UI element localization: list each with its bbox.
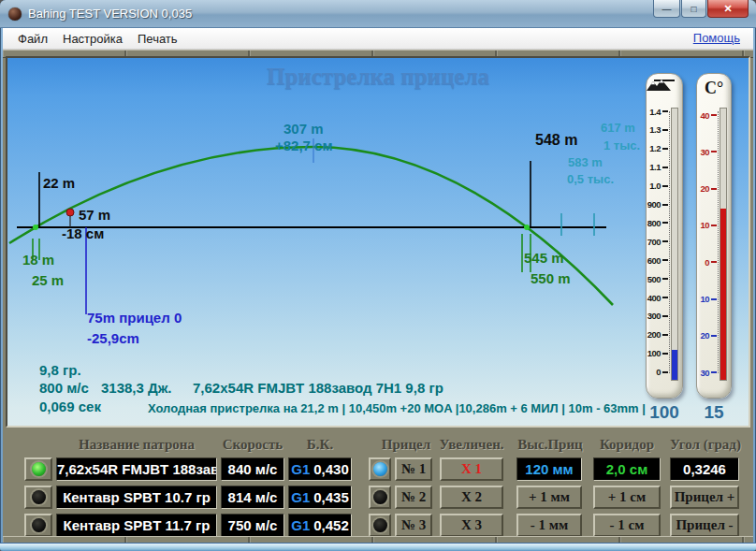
label-tick-500-dist: 583 m: [568, 156, 603, 169]
height-plus-button[interactable]: + 1 мм: [516, 486, 582, 509]
bc-display-3: G10,452: [288, 514, 352, 537]
sight-select-1[interactable]: [369, 457, 391, 481]
altitude-gauge: 1.41.31.21.11.09008007006005004003002001…: [646, 73, 683, 399]
menu-settings[interactable]: Настройка: [59, 31, 126, 47]
label-near-height: 22 m: [43, 176, 75, 192]
temperature-value: 15: [692, 402, 735, 423]
mountain-icon: [647, 79, 671, 92]
close-icon: ✕: [723, 3, 732, 15]
bc-display-2: G10,435: [288, 486, 352, 509]
cartridge-select-1[interactable]: [24, 457, 52, 481]
altitude-scale-dotline: [669, 111, 670, 373]
cartridge-name-display-3: Кентавр SPBT 11.7 гр: [56, 514, 217, 537]
corridor-minus-button[interactable]: - 1 см: [593, 514, 661, 537]
trajectory-chart: Пристрелка прицела 22 m 57 m -18 см 18 m…: [6, 56, 750, 428]
sight-minus-button[interactable]: Прицел -: [670, 514, 739, 537]
window-title: Bahing TEST VERSION 0,035: [28, 7, 192, 21]
bc-display-1: G10,430: [288, 457, 352, 481]
led-sight-2: [373, 490, 387, 504]
cartridge-select-3[interactable]: [24, 514, 52, 537]
info-cold-zero: Холодная пристрелка на 21,2 m | 10,450m …: [148, 402, 646, 415]
speed-display-3: 750 м/с: [221, 514, 284, 537]
sight-height-display: 120 мм: [516, 457, 582, 481]
info-velocity: 800 м/с: [39, 381, 89, 397]
label-far-dist: 548 m: [535, 132, 577, 149]
altitude-tube: [671, 108, 678, 381]
close-button[interactable]: ✕: [707, 0, 749, 18]
header-sight-height: Выс.Приц: [515, 437, 586, 453]
header-angle: Угол (град): [668, 437, 743, 453]
corridor-plus-button[interactable]: + 1 см: [593, 486, 661, 509]
label-sight-zero: 75m прицел 0: [87, 311, 182, 326]
label-apex-height: +82,7 см: [275, 138, 333, 154]
speed-display-1: 840 м/с: [221, 457, 284, 481]
menu-file[interactable]: Файл: [14, 31, 51, 47]
label-apex-dist: 307 m: [284, 122, 324, 138]
menu-bar: Файл Настройка Печать Помощь: [3, 28, 753, 50]
app-window: Bahing TEST VERSION 0,035 — □ ✕ Файл Нас…: [0, 0, 756, 551]
led-cartridge-3: [32, 518, 46, 532]
label-near-cross: 18 m: [22, 253, 54, 268]
led-sight-1-active: [373, 462, 387, 476]
info-time: 0,069 сек: [39, 399, 101, 415]
minimize-icon: —: [662, 4, 672, 14]
temperature-unit: C°: [705, 79, 723, 97]
header-corridor: Коридор: [591, 437, 662, 453]
temperature-scale-dotline: [718, 111, 719, 373]
label-sight-zero-drop: -25,9cm: [87, 331, 139, 347]
header-zoom: Увеличен.: [436, 437, 507, 453]
zoom-x2-button[interactable]: X 2: [440, 486, 503, 509]
app-icon: [8, 7, 22, 21]
altitude-fill: [672, 350, 677, 380]
menu-print[interactable]: Печать: [134, 31, 182, 47]
header-sight: Прицел: [369, 437, 443, 453]
menu-help-link[interactable]: Помощь: [693, 31, 740, 45]
info-cartridge: 7,62х54R FMJBT 188завод 7Н1 9,8 гр: [193, 381, 443, 397]
speed-display-2: 814 м/с: [221, 486, 284, 509]
header-bc: Б.К.: [286, 437, 354, 453]
label-tick-1000-dist: 617 m: [601, 122, 635, 135]
label-marker-drop: -18 см: [62, 226, 104, 242]
far-zero-dot: [524, 225, 530, 230]
temperature-tube: [720, 108, 727, 381]
sight-2-button[interactable]: № 2: [395, 486, 432, 509]
maximize-icon: □: [691, 4, 696, 14]
cartridge-select-2[interactable]: [24, 486, 52, 509]
info-bullet-mass: 9,8 гр.: [39, 363, 81, 379]
zoom-x1-button[interactable]: X 1: [440, 457, 503, 481]
minimize-button[interactable]: —: [653, 0, 680, 18]
info-energy: 3138,3 Дж.: [101, 381, 172, 397]
temperature-gauge: C° 403020100102030: [696, 73, 732, 399]
maximize-button[interactable]: □: [681, 0, 706, 18]
header-cartridge-name: Название патрона: [56, 437, 217, 453]
label-marker-dist: 57 m: [79, 208, 110, 224]
impact-dot: [66, 209, 74, 216]
height-minus-button[interactable]: - 1 мм: [516, 514, 582, 537]
sight-1-button[interactable]: № 1: [395, 457, 432, 481]
altitude-gauge-header: [647, 79, 682, 81]
near-zero-dot: [33, 225, 38, 230]
sight-select-2[interactable]: [369, 486, 391, 509]
sight-plus-button[interactable]: Прицел +: [670, 486, 739, 509]
window-bottom-edge: [0, 543, 756, 551]
angle-display: 0,3246: [670, 457, 739, 481]
trajectory-plot: [7, 58, 749, 426]
temperature-fill: [720, 209, 726, 380]
led-sight-3: [373, 518, 387, 532]
title-bar: Bahing TEST VERSION 0,035 — □ ✕: [0, 0, 756, 28]
label-far-cross2: 550 m: [531, 271, 571, 287]
cartridge-name-display-2: Кентавр SPBT 10.7 гр: [56, 486, 217, 509]
led-cartridge-2: [32, 490, 46, 504]
label-near-cross2: 25 m: [32, 273, 64, 289]
zoom-x3-button[interactable]: X 3: [440, 514, 503, 537]
sight-3-button[interactable]: № 3: [395, 514, 432, 537]
led-cartridge-1-active: [32, 462, 46, 476]
label-far-cross: 545 m: [524, 251, 564, 267]
sight-select-3[interactable]: [369, 514, 391, 537]
header-speed: Скорость: [221, 437, 284, 453]
corridor-display: 2,0 см: [593, 457, 661, 481]
label-tick-1000: 1 тыс.: [603, 139, 640, 152]
label-tick-500: 0,5 тыс.: [567, 173, 614, 186]
altitude-value: 100: [642, 402, 687, 423]
cartridge-name-display-1: 7,62х54R FMJBT 188зав: [56, 457, 217, 481]
